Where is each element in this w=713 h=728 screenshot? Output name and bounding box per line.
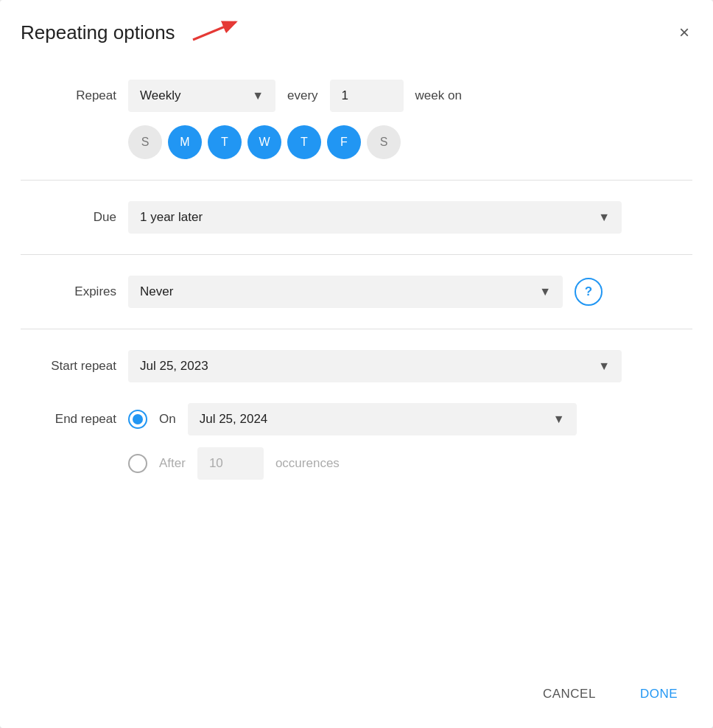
end-repeat-on-label: On [159, 412, 176, 427]
due-chevron-icon: ▼ [598, 211, 610, 224]
day-saturday[interactable]: S [367, 125, 401, 159]
day-wednesday[interactable]: W [247, 125, 281, 159]
due-section: Due 1 year later ▼ [0, 181, 713, 254]
end-date-chevron-icon: ▼ [553, 413, 565, 426]
expires-chevron-icon: ▼ [539, 285, 551, 298]
start-repeat-label: Start repeat [21, 359, 116, 374]
end-repeat-after-row: After 10 occurences [128, 447, 692, 480]
day-friday[interactable]: F [327, 125, 361, 159]
start-repeat-section: Start repeat Jul 25, 2023 ▼ [0, 329, 713, 403]
end-repeat-section: End repeat On Jul 25, 2024 ▼ After 10 oc… [0, 403, 713, 500]
after-label: After [159, 456, 186, 471]
end-repeat-on-radio[interactable] [128, 410, 147, 429]
due-select[interactable]: 1 year later ▼ [128, 201, 622, 234]
day-tuesday[interactable]: T [208, 125, 242, 159]
end-repeat-date-value: Jul 25, 2024 [200, 412, 268, 427]
cancel-button[interactable]: CANCEL [531, 681, 608, 707]
end-repeat-after-radio[interactable] [128, 454, 147, 473]
start-repeat-chevron-icon: ▼ [598, 360, 610, 373]
every-label: every [287, 88, 318, 103]
done-button[interactable]: DONE [628, 681, 689, 707]
days-row: S M T W T F S [128, 125, 692, 159]
week-on-label: week on [415, 88, 462, 103]
start-repeat-row: Start repeat Jul 25, 2023 ▼ [21, 350, 692, 382]
expires-section: Expires Never ▼ ? [0, 255, 713, 329]
end-repeat-label: End repeat [21, 412, 116, 427]
close-button[interactable]: × [676, 21, 692, 44]
end-repeat-on-row: End repeat On Jul 25, 2024 ▼ [21, 403, 692, 435]
frequency-chevron-icon: ▼ [252, 89, 264, 102]
start-repeat-value: Jul 25, 2023 [140, 359, 208, 374]
expires-value: Never [140, 284, 173, 299]
day-sunday[interactable]: S [128, 125, 162, 159]
due-value: 1 year later [140, 210, 203, 225]
expires-row: Expires Never ▼ ? [21, 276, 692, 308]
header-left: Repeating options [21, 18, 245, 47]
due-row: Due 1 year later ▼ [21, 201, 692, 234]
repeat-section: Repeat Weekly ▼ every 1 week on S M T W [0, 59, 713, 180]
red-arrow-icon [186, 18, 245, 47]
end-repeat-date-select[interactable]: Jul 25, 2024 ▼ [188, 403, 577, 435]
expires-help-icon[interactable]: ? [575, 278, 603, 306]
svg-line-1 [193, 22, 236, 40]
start-repeat-select[interactable]: Jul 25, 2023 ▼ [128, 350, 622, 382]
expires-label: Expires [21, 284, 116, 299]
frequency-value: Weekly [140, 88, 180, 103]
expires-select[interactable]: Never ▼ [128, 276, 563, 308]
repeating-options-dialog: Repeating options × Repeat Weekly ▼ [0, 0, 713, 728]
dialog-header: Repeating options × [0, 0, 713, 59]
due-label: Due [21, 210, 116, 225]
interval-input[interactable]: 1 [330, 80, 404, 112]
occurrences-label: occurences [275, 456, 340, 471]
after-count-input[interactable]: 10 [197, 447, 264, 480]
day-thursday[interactable]: T [287, 125, 321, 159]
day-monday[interactable]: M [168, 125, 202, 159]
repeat-label: Repeat [21, 88, 116, 103]
frequency-select[interactable]: Weekly ▼ [128, 80, 275, 112]
dialog-title: Repeating options [21, 21, 175, 44]
dialog-footer: CANCEL DONE [0, 666, 713, 728]
repeat-row: Repeat Weekly ▼ every 1 week on [21, 80, 692, 112]
